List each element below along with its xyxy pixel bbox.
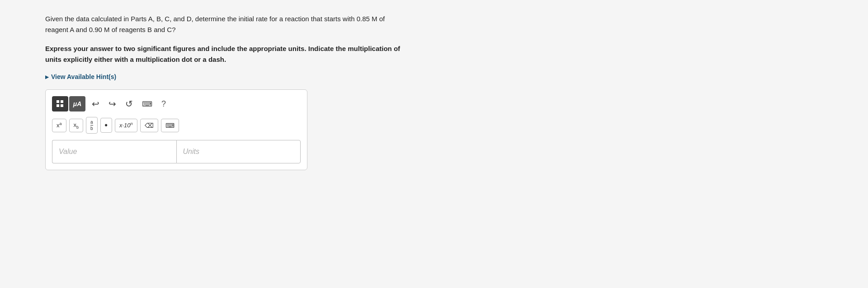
keyboard-button-top[interactable]: ⌨ [139,98,155,110]
value-placeholder: Value [59,148,77,156]
keyboard-button-bottom[interactable]: ⌨ [161,119,179,132]
grid-icon [57,100,64,107]
question-text: Given the data calculated in Parts A, B,… [45,14,407,35]
format-buttons-group: μA [52,96,85,111]
dot-button[interactable]: • [100,118,112,133]
redo-icon: ↪ [108,98,116,109]
input-row: Value Units [52,140,301,163]
value-input[interactable]: Value [52,140,176,163]
x10n-button[interactable]: x·10n [115,119,137,132]
subscript-button[interactable]: xb [69,119,84,132]
hint-label: View Available Hint(s) [51,73,116,80]
answer-widget: μA ↩ ↪ ↺ ⌨ ? xa xb [45,89,307,170]
mu-a-label: μA [73,100,82,107]
refresh-icon: ↺ [125,98,133,109]
superscript-button[interactable]: xa [52,119,66,132]
hint-arrow-icon: ▶ [45,74,49,79]
subscript-label: xb [74,121,79,130]
x10n-label: x·10n [119,121,133,129]
fraction-icon: a b [90,120,93,131]
keyboard-icon-top: ⌨ [142,100,152,108]
toolbar-top: μA ↩ ↪ ↺ ⌨ ? [52,96,301,111]
units-input[interactable]: Units [176,140,301,163]
refresh-button[interactable]: ↺ [123,97,136,111]
grid-view-button[interactable] [52,96,68,111]
superscript-label: xa [57,121,62,129]
backspace-button[interactable]: ⌫ [140,119,158,132]
dot-icon: • [105,121,108,130]
toolbar-bottom: xa xb a b • x·10n ⌫ [52,117,301,134]
backspace-icon: ⌫ [145,122,154,129]
mu-a-button[interactable]: μA [69,96,85,111]
undo-icon: ↩ [92,98,99,109]
undo-button[interactable]: ↩ [89,97,102,111]
fraction-button[interactable]: a b [86,117,98,134]
help-button[interactable]: ? [159,98,169,111]
units-placeholder: Units [183,148,199,156]
keyboard-icon-bottom: ⌨ [165,122,175,129]
instruction-text: Express your answer to two significant f… [45,43,407,65]
help-icon: ? [161,99,166,108]
hint-link[interactable]: ▶ View Available Hint(s) [45,73,407,80]
redo-button[interactable]: ↪ [106,97,119,111]
